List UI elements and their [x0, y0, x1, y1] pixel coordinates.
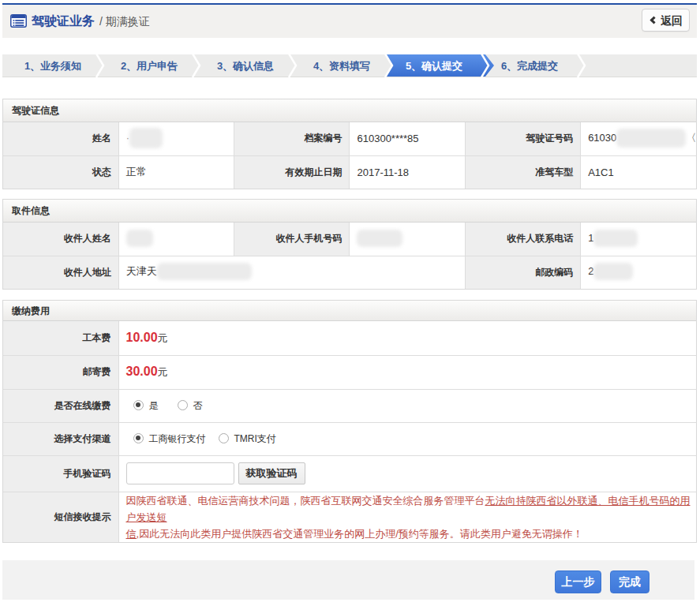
svg-text:1、业务须知: 1、业务须知 [24, 60, 81, 72]
svg-text:5、确认提交: 5、确认提交 [406, 60, 462, 72]
svg-text:4、资料填写: 4、资料填写 [313, 60, 370, 72]
svg-text:3、确认信息: 3、确认信息 [217, 60, 274, 72]
svg-text:2、用户申告: 2、用户申告 [121, 60, 178, 72]
svg-text:6、完成提交: 6、完成提交 [501, 60, 558, 72]
